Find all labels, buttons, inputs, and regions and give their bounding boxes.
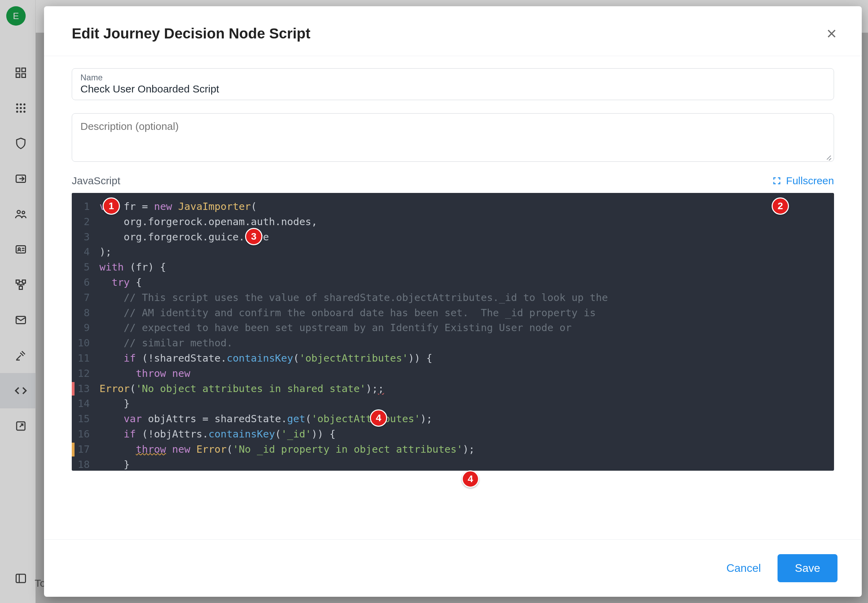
cancel-button[interactable]: Cancel [726,562,761,575]
editor-header: JavaScript Fullscreen [72,175,834,187]
language-label: JavaScript [72,175,120,187]
callout-2: 2 [772,198,789,215]
modal-body: Name JavaScript Fullscreen 1234567891011… [44,56,862,539]
fullscreen-button[interactable]: Fullscreen [772,175,834,187]
name-input[interactable] [81,83,825,95]
callout-4a: 4 [370,410,387,427]
line-gutter: 123456789101112131415161718 [72,193,96,471]
name-label: Name [81,73,825,82]
modal-title: Edit Journey Decision Node Script [72,25,310,42]
code-editor[interactable]: 123456789101112131415161718 var fr = new… [72,193,834,471]
description-input[interactable] [81,121,825,132]
close-icon[interactable] [826,28,837,40]
modal-header: Edit Journey Decision Node Script [44,6,862,56]
fullscreen-icon [772,176,781,185]
save-button[interactable]: Save [778,554,837,582]
modal-footer: Cancel Save [44,539,862,597]
resize-handle-icon[interactable] [825,153,832,159]
callout-1: 1 [102,198,120,215]
fullscreen-label: Fullscreen [786,175,834,187]
name-field-wrapper: Name [72,68,834,100]
description-field-wrapper [72,113,834,162]
callout-4b: 4 [462,470,479,488]
code-content[interactable]: var fr = new JavaImporter( org.forgerock… [96,193,608,471]
edit-script-modal: Edit Journey Decision Node Script Name J… [44,6,862,597]
callout-3: 3 [245,228,262,245]
